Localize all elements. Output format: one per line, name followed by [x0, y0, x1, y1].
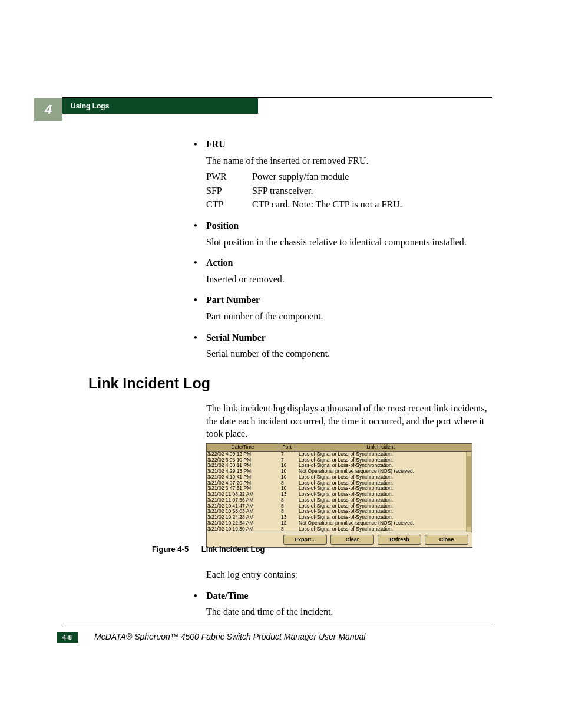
cell-datetime: 3/21/02 10:19:30 AM: [207, 526, 279, 532]
col-header-scroll-spacer: [466, 444, 472, 451]
link-intro: The link incident log displays a thousan…: [206, 396, 492, 446]
def-row: CTP CTP card. Note: The CTP is not a FRU…: [206, 198, 492, 211]
term-action: Action: [206, 256, 492, 269]
page-number: 4-8: [57, 632, 78, 643]
figure-caption: Figure 4-5 Link Incident Log: [152, 545, 265, 554]
fru-definition-list: FRU The name of the inserted or removed …: [206, 130, 492, 364]
chapter-number: 4: [34, 98, 62, 121]
clear-button[interactable]: Clear: [330, 535, 374, 544]
export-button[interactable]: Export...: [283, 535, 327, 544]
link-intro-text: The link incident log displays a thousan…: [206, 402, 492, 440]
col-header-linkincident: Link Incident: [295, 444, 466, 451]
col-header-datetime: Date/Time: [207, 444, 279, 451]
desc-fru: The name of the inserted or removed FRU.: [206, 154, 492, 167]
def-def-ctp: CTP card. Note: The CTP is not a FRU.: [252, 198, 492, 211]
footer-rule: [62, 627, 492, 627]
cell-linkincident: Loss-of-Signal or Loss-of-Synchronizatio…: [296, 526, 466, 532]
figure-number: Figure 4-5: [152, 545, 189, 554]
close-button[interactable]: Close: [425, 535, 468, 544]
def-def-sfp: SFP transceiver.: [252, 185, 492, 197]
desc-position: Slot position in the chassis relative to…: [206, 236, 492, 249]
refresh-button[interactable]: Refresh: [378, 535, 421, 544]
log-table-body: 3/22/02 4:09:12 PM7Loss-of-Signal or Los…: [207, 452, 472, 532]
desc-datetime: The date and time of the incident.: [206, 605, 492, 618]
term-datetime: Date/Time: [206, 589, 492, 602]
section-title-link-incident-log: Link Incident Log: [88, 375, 210, 392]
def-term-sfp: SFP: [206, 185, 252, 197]
entry-lead: Each log entry contains:: [206, 568, 492, 581]
log-rows: 3/22/02 4:09:12 PM7Loss-of-Signal or Los…: [207, 452, 466, 532]
term-fru: FRU: [206, 138, 492, 151]
def-term-ctp: CTP: [206, 198, 252, 211]
log-table-header: Date/Time Port Link Incident: [207, 444, 472, 452]
term-position: Position: [206, 219, 492, 232]
def-row: PWR Power supply/fan module: [206, 170, 492, 183]
desc-partnumber: Part number of the component.: [206, 310, 492, 323]
col-header-port: Port: [279, 444, 295, 451]
term-partnumber: Part Number: [206, 294, 492, 307]
desc-action: Inserted or removed.: [206, 273, 492, 286]
footer-title: McDATA® Sphereon™ 4500 Fabric Switch Pro…: [94, 632, 365, 641]
post-figure-content: Each log entry contains: Date/Time The d…: [206, 562, 492, 622]
term-serialnumber: Serial Number: [206, 331, 492, 344]
def-def-pwr: Power supply/fan module: [252, 170, 492, 183]
log-table: Date/Time Port Link Incident 3/22/02 4:0…: [206, 443, 472, 548]
table-row[interactable]: 3/21/02 10:19:30 AM8Loss-of-Signal or Lo…: [207, 526, 466, 532]
cell-port: 8: [279, 526, 296, 532]
def-term-pwr: PWR: [206, 170, 252, 183]
def-row: SFP SFP transceiver.: [206, 185, 492, 197]
figure-text: Link Incident Log: [201, 545, 265, 554]
desc-serialnumber: Serial number of the component.: [206, 347, 492, 360]
header-rule: [62, 97, 492, 98]
chapter-tab: 4 Using Logs: [34, 98, 258, 114]
scrollbar[interactable]: [466, 452, 472, 532]
section-label: Using Logs: [62, 98, 258, 114]
